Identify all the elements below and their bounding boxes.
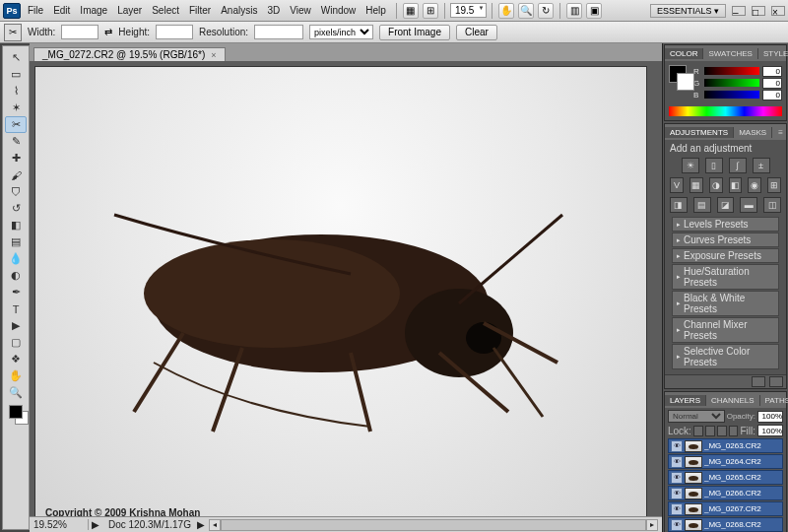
front-image-button[interactable]: Front Image (379, 25, 450, 40)
menu-3d[interactable]: 3D (262, 3, 285, 18)
canvas[interactable]: Copyright © 2009 Krishna Mohan (35, 67, 646, 516)
crop-tool-icon[interactable]: ✂ (5, 116, 27, 133)
hand-tool-icon[interactable]: ✋ (5, 367, 27, 384)
threshold-adjust-icon[interactable]: ◪ (717, 197, 735, 213)
layer-thumbnail[interactable] (685, 472, 702, 484)
levels-adjust-icon[interactable]: ▯ (705, 158, 723, 173)
lock-all-icon[interactable] (729, 426, 739, 436)
menu-help[interactable]: Help (361, 3, 391, 18)
stamp-tool-icon[interactable]: ⛉ (5, 183, 27, 200)
pen-tool-icon[interactable]: ✒ (5, 284, 27, 300)
shape-tool-icon[interactable]: ▢ (5, 334, 27, 351)
tab-adjustments[interactable]: ADJUSTMENTS (665, 127, 734, 138)
spectrum-ramp[interactable] (669, 106, 782, 116)
healing-tool-icon[interactable]: ✚ (5, 150, 27, 166)
color-value[interactable]: 0 (762, 66, 782, 77)
clear-button[interactable]: Clear (456, 25, 497, 40)
menu-select[interactable]: Select (147, 3, 184, 18)
move-tool-icon[interactable]: ↖ (5, 49, 27, 66)
marquee-tool-icon[interactable]: ▭ (5, 66, 27, 83)
lasso-tool-icon[interactable]: ⌇ (5, 83, 27, 100)
dodge-tool-icon[interactable]: ◐ (5, 267, 27, 284)
invert-adjust-icon[interactable]: ◨ (670, 197, 688, 213)
maximize-button[interactable]: □ (752, 6, 765, 16)
menu-analysis[interactable]: Analysis (216, 3, 262, 18)
color-swatches[interactable] (9, 405, 23, 432)
launch-bridge-icon[interactable]: ▦ (403, 3, 419, 19)
visibility-icon[interactable]: 👁 (671, 440, 683, 452)
preset-item[interactable]: ▸Channel Mixer Presets (672, 317, 779, 343)
view-extras-icon[interactable]: ⊞ (423, 3, 438, 19)
selective-color-icon[interactable]: ◫ (763, 197, 781, 213)
color-value[interactable]: 0 (762, 78, 782, 89)
eraser-tool-icon[interactable]: ◧ (5, 217, 27, 233)
preset-item[interactable]: ▸Black & White Presets (672, 291, 779, 316)
menu-file[interactable]: File (23, 3, 48, 18)
preset-item[interactable]: ▸Curves Presets (672, 233, 779, 247)
layer-row[interactable]: 👁_MG_0264.CR2 (668, 454, 783, 469)
screen-mode-icon[interactable]: ▣ (586, 3, 602, 19)
close-button[interactable]: × (771, 6, 785, 16)
layer-thumbnail[interactable] (685, 519, 702, 531)
panel-menu-icon[interactable]: ≡ (775, 128, 786, 137)
visibility-icon[interactable]: 👁 (671, 519, 683, 531)
channel-mixer-icon[interactable]: ⊞ (767, 177, 781, 193)
type-tool-icon[interactable]: T (5, 300, 27, 317)
foreground-swatch[interactable] (9, 405, 23, 419)
minimize-button[interactable]: – (732, 6, 746, 16)
brush-tool-icon[interactable]: 🖌 (5, 166, 27, 183)
photo-filter-icon[interactable]: ◉ (748, 177, 761, 193)
resolution-field[interactable] (254, 25, 303, 39)
visibility-icon[interactable]: 👁 (671, 503, 683, 515)
tab-color[interactable]: COLOR (665, 48, 703, 59)
hue-adjust-icon[interactable]: ▦ (690, 177, 703, 193)
tab-paths[interactable]: PATHS (760, 395, 788, 406)
visibility-icon[interactable]: 👁 (671, 488, 683, 499)
tab-masks[interactable]: MASKS (734, 127, 772, 138)
colorbal-adjust-icon[interactable]: ◑ (709, 177, 723, 193)
color-slider[interactable] (704, 91, 759, 99)
lock-transparent-icon[interactable] (693, 426, 703, 436)
document-tab[interactable]: _MG_0272.CR2 @ 19.5% (RGB/16*) × (33, 47, 226, 61)
width-field[interactable] (61, 25, 98, 39)
layer-row[interactable]: 👁_MG_0268.CR2 (668, 517, 783, 532)
eyedropper-tool-icon[interactable]: ✎ (5, 133, 27, 150)
layer-thumbnail[interactable] (685, 503, 702, 515)
quick-select-tool-icon[interactable]: ✶ (5, 100, 27, 116)
menu-window[interactable]: Window (316, 3, 361, 18)
panel-color-swatch[interactable] (669, 65, 690, 93)
preset-item[interactable]: ▸Selective Color Presets (672, 344, 779, 369)
arrange-docs-icon[interactable]: ▥ (566, 3, 582, 19)
rotate-view-icon[interactable]: ↻ (538, 3, 554, 19)
units-select[interactable]: pixels/inch (309, 25, 373, 39)
swap-icon[interactable]: ⇄ (104, 27, 112, 37)
height-field[interactable] (156, 25, 193, 39)
tab-close-icon[interactable]: × (211, 50, 216, 60)
zoom-status[interactable]: 19.52% (30, 519, 89, 530)
menu-edit[interactable]: Edit (48, 3, 75, 18)
scroll-left-icon[interactable]: ◂ (209, 519, 221, 531)
menu-layer[interactable]: Layer (112, 3, 147, 18)
menu-image[interactable]: Image (75, 3, 112, 18)
fill-field[interactable] (757, 425, 783, 436)
visibility-icon[interactable]: 👁 (671, 456, 683, 468)
lock-position-icon[interactable] (717, 426, 727, 436)
path-select-tool-icon[interactable]: ▶ (5, 317, 27, 334)
tab-channels[interactable]: CHANNELS (706, 395, 760, 406)
history-brush-tool-icon[interactable]: ↺ (5, 200, 27, 217)
layer-thumbnail[interactable] (685, 440, 702, 452)
zoom-tool-icon[interactable]: 🔍 (518, 3, 534, 19)
visibility-icon[interactable]: 👁 (671, 472, 683, 484)
opacity-field[interactable] (757, 411, 783, 423)
layer-thumbnail[interactable] (685, 456, 702, 468)
layer-row[interactable]: 👁_MG_0265.CR2 (668, 470, 783, 485)
preset-item[interactable]: ▸Exposure Presets (672, 248, 779, 263)
zoom-tool-icon[interactable]: 🔍 (5, 384, 27, 401)
crop-tool-icon[interactable]: ✂ (4, 24, 22, 41)
scroll-right-icon[interactable]: ▸ (646, 519, 658, 531)
h-scrollbar[interactable] (221, 519, 646, 531)
bw-adjust-icon[interactable]: ◧ (729, 177, 743, 193)
brightness-adjust-icon[interactable]: ☀ (682, 158, 699, 173)
color-slider[interactable] (704, 79, 759, 87)
vibrance-adjust-icon[interactable]: V (670, 177, 684, 193)
